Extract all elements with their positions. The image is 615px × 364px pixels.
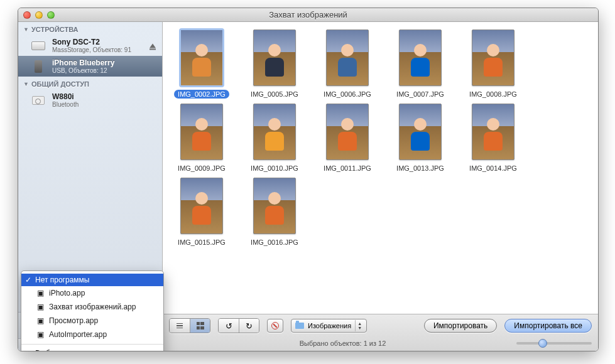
shared-header-label: ОБЩИЙ ДОСТУП <box>31 80 89 88</box>
rotate-ccw-button[interactable]: ↺ <box>219 319 239 333</box>
thumbnail[interactable]: IMG_0015.JPG <box>168 178 236 247</box>
camera-icon <box>32 96 45 105</box>
device-sub: Bluetooth <box>52 101 79 108</box>
eject-icon[interactable] <box>150 43 156 48</box>
thumbnail-image <box>472 104 514 160</box>
app-icon: ▣ <box>35 316 45 326</box>
thumbnail-filename: IMG_0011.JPG <box>320 164 375 173</box>
disclosure-icon: ▼ <box>23 26 29 33</box>
thumbnail[interactable]: IMG_0013.JPG <box>386 104 454 173</box>
thumbnail[interactable]: IMG_0005.JPG <box>241 29 308 99</box>
shared-header[interactable]: ▼ ОБЩИЙ ДОСТУП <box>18 77 162 90</box>
thumbnail[interactable]: IMG_0016.JPG <box>241 178 308 247</box>
menu-item-label: Просмотр.app <box>49 316 98 325</box>
rotate-segment: ↺ ↻ <box>218 318 259 333</box>
list-icon <box>177 323 183 329</box>
device-name: iPhone Blueberry <box>52 58 114 67</box>
thumbnail-image <box>180 29 223 86</box>
import-all-button[interactable]: Импортировать все <box>504 319 592 333</box>
rotate-cw-button[interactable]: ↻ <box>239 319 259 333</box>
thumbnail-image <box>180 178 223 234</box>
device-item[interactable]: Sony DSC-T2MassStorage, Объектов: 91 <box>18 35 162 56</box>
import-button[interactable]: Импортировать <box>424 319 497 333</box>
destination-label: Изображения <box>308 322 351 329</box>
app-icon: ▣ <box>35 302 45 312</box>
device-sub: MassStorage, Объектов: 91 <box>52 46 131 53</box>
thumbnail[interactable]: IMG_0011.JPG <box>313 104 381 173</box>
thumbnail[interactable]: IMG_0009.JPG <box>168 104 236 173</box>
thumbnail[interactable]: IMG_0010.JPG <box>241 104 308 173</box>
thumbnail-image <box>399 104 442 160</box>
titlebar: Захват изображений <box>18 8 598 22</box>
thumbnail-image <box>326 104 369 160</box>
thumbnail-filename: IMG_0013.JPG <box>393 164 448 173</box>
thumbnail[interactable]: IMG_0007.JPG <box>386 29 454 99</box>
thumbnail-image <box>472 29 514 86</box>
menu-item-label: AutoImporter.app <box>49 330 107 339</box>
app-window: Захват изображений ▼ УСТРОЙСТВА Sony DSC… <box>18 8 599 351</box>
device-item[interactable]: iPhone BlueberryUSB, Объектов: 12 <box>18 56 162 77</box>
thumbnail-image <box>253 104 296 160</box>
menu-item[interactable]: ▣iPhoto.app <box>21 286 163 300</box>
menu-item-label: Нет программы <box>35 276 89 284</box>
status-row: Выбрано объектов: 1 из 12 <box>163 337 598 351</box>
footer: ↺ ↻ Изображения ▲▼ Импортировать Импорти… <box>163 314 598 351</box>
check-icon: ✓ <box>25 276 31 284</box>
menu-separator <box>21 344 163 345</box>
devices-header-label: УСТРОЙСТВА <box>31 26 79 33</box>
thumbnail-grid[interactable]: IMG_0002.JPGIMG_0005.JPGIMG_0006.JPGIMG_… <box>163 22 598 314</box>
thumbnail-size-slider[interactable] <box>516 342 592 345</box>
thumbnail-filename: IMG_0005.JPG <box>247 90 302 99</box>
menu-item[interactable]: ▣AutoImporter.app <box>21 328 163 341</box>
phone-icon <box>35 60 42 73</box>
menu-item[interactable]: ▣Захват изображений.app <box>21 300 163 314</box>
thumbnail-filename: IMG_0009.JPG <box>174 164 229 173</box>
device-name: W880i <box>52 92 79 101</box>
slider-knob[interactable] <box>538 339 547 348</box>
app-icon: ▣ <box>35 329 45 340</box>
app-icon: ▣ <box>35 288 45 298</box>
thumbnail-image <box>253 29 296 86</box>
popup-arrows-icon: ▲▼ <box>355 320 364 331</box>
thumbnail-image <box>326 29 369 86</box>
thumbnail-filename: IMG_0014.JPG <box>465 164 521 173</box>
list-view-button[interactable] <box>170 319 190 333</box>
thumbnail-filename: IMG_0002.JPG <box>174 90 229 99</box>
window-title: Захват изображений <box>18 10 598 19</box>
disclosure-icon: ▼ <box>23 81 29 87</box>
thumbnail-image <box>399 29 442 86</box>
menu-item-label: iPhoto.app <box>49 289 85 297</box>
thumbnail-filename: IMG_0006.JPG <box>320 90 375 99</box>
thumbnail-filename: IMG_0016.JPG <box>247 238 302 247</box>
delete-button[interactable] <box>267 319 283 333</box>
status-text: Выбрано объектов: 1 из 12 <box>169 340 516 347</box>
thumbnail[interactable]: IMG_0014.JPG <box>459 104 527 173</box>
shared-item[interactable]: W880iBluetooth <box>18 90 162 110</box>
devices-header[interactable]: ▼ УСТРОЙСТВА <box>18 22 162 35</box>
menu-item-label: Захват изображений.app <box>49 302 136 311</box>
device-name: Sony DSC-T2 <box>52 38 131 46</box>
folder-icon <box>295 323 304 329</box>
thumbnail[interactable]: IMG_0002.JPG <box>168 29 236 99</box>
rotate-cw-icon: ↻ <box>246 321 253 331</box>
rotate-ccw-icon: ↺ <box>226 321 232 331</box>
destination-popup[interactable]: Изображения ▲▼ <box>291 319 367 333</box>
open-with-menu[interactable]: ✓Нет программы▣iPhoto.app▣Захват изображ… <box>21 270 164 351</box>
drive-icon <box>31 41 45 50</box>
toolbar: ↺ ↻ Изображения ▲▼ Импортировать Импорти… <box>163 314 598 337</box>
view-mode-segment <box>169 318 210 333</box>
menu-item-label: Выбрать программу… <box>35 349 113 351</box>
thumbnail-image <box>253 178 296 234</box>
thumbnail-filename: IMG_0007.JPG <box>393 90 448 99</box>
thumbnail[interactable]: IMG_0006.JPG <box>313 29 381 99</box>
grid-icon <box>197 322 204 329</box>
grid-view-button[interactable] <box>190 319 210 333</box>
menu-item[interactable]: ✓Нет программы <box>21 274 163 286</box>
thumbnail[interactable]: IMG_0008.JPG <box>459 29 527 99</box>
menu-item[interactable]: ▣Просмотр.app <box>21 314 163 328</box>
menu-choose-program[interactable]: Выбрать программу… <box>21 347 163 351</box>
thumbnail-filename: IMG_0008.JPG <box>465 90 521 99</box>
main: IMG_0002.JPGIMG_0005.JPGIMG_0006.JPGIMG_… <box>163 22 598 351</box>
prohibit-icon <box>271 322 279 329</box>
thumbnail-filename: IMG_0015.JPG <box>174 238 229 247</box>
